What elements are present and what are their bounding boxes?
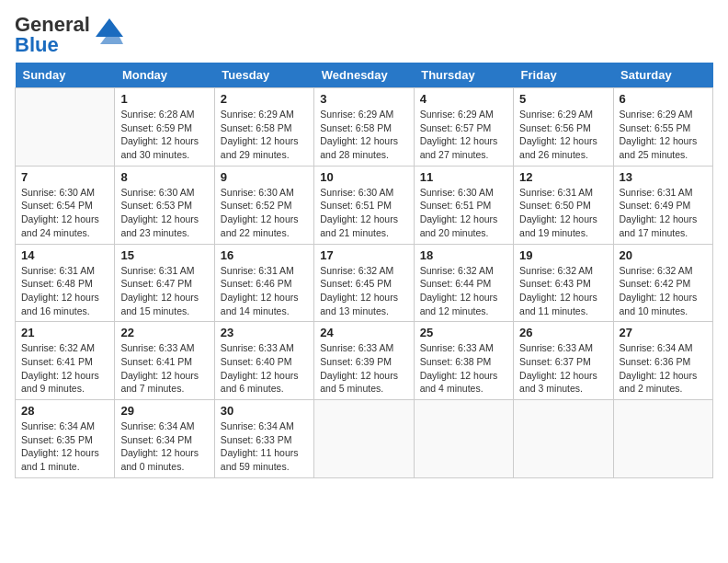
day-cell: 24Sunrise: 6:33 AM Sunset: 6:39 PM Dayli… [314,322,414,400]
day-cell: 21Sunrise: 6:32 AM Sunset: 6:41 PM Dayli… [16,322,115,400]
col-header-friday: Friday [514,63,613,88]
day-number: 23 [221,326,308,339]
day-info: Sunrise: 6:34 AM Sunset: 6:36 PM Dayligh… [620,341,707,396]
day-info: Sunrise: 6:33 AM Sunset: 6:38 PM Dayligh… [420,341,507,396]
day-cell: 8Sunrise: 6:30 AM Sunset: 6:53 PM Daylig… [115,166,214,244]
day-number: 12 [519,170,607,184]
day-number: 6 [620,92,707,106]
day-number: 29 [120,404,208,418]
day-info: Sunrise: 6:33 AM Sunset: 6:39 PM Dayligh… [320,341,407,396]
day-info: Sunrise: 6:31 AM Sunset: 6:47 PM Dayligh… [120,264,208,318]
header-row: SundayMondayTuesdayWednesdayThursdayFrid… [16,63,713,88]
logo-text: General Blue [15,15,90,55]
day-number: 5 [519,92,607,106]
day-number: 22 [120,326,208,339]
logo-blue: Blue [15,33,59,56]
day-number: 17 [320,248,407,262]
day-info: Sunrise: 6:34 AM Sunset: 6:33 PM Dayligh… [221,419,308,474]
day-cell: 13Sunrise: 6:31 AM Sunset: 6:49 PM Dayli… [613,166,712,244]
week-row-1: 1Sunrise: 6:28 AM Sunset: 6:59 PM Daylig… [16,88,713,167]
day-number: 7 [21,170,108,184]
day-info: Sunrise: 6:34 AM Sunset: 6:34 PM Dayligh… [120,419,208,474]
day-cell: 15Sunrise: 6:31 AM Sunset: 6:47 PM Dayli… [115,244,214,322]
day-number: 15 [120,248,208,262]
day-info: Sunrise: 6:30 AM Sunset: 6:51 PM Dayligh… [320,186,407,240]
day-info: Sunrise: 6:32 AM Sunset: 6:43 PM Dayligh… [519,264,607,318]
day-info: Sunrise: 6:28 AM Sunset: 6:59 PM Dayligh… [120,108,208,162]
day-info: Sunrise: 6:29 AM Sunset: 6:58 PM Dayligh… [221,108,308,162]
day-info: Sunrise: 6:32 AM Sunset: 6:44 PM Dayligh… [420,264,507,318]
day-info: Sunrise: 6:30 AM Sunset: 6:54 PM Dayligh… [21,186,108,240]
day-number: 14 [21,248,108,262]
day-info: Sunrise: 6:32 AM Sunset: 6:45 PM Dayligh… [320,264,407,318]
day-number: 18 [420,248,507,262]
day-cell: 26Sunrise: 6:33 AM Sunset: 6:37 PM Dayli… [514,322,613,400]
day-cell: 3Sunrise: 6:29 AM Sunset: 6:58 PM Daylig… [314,88,414,167]
week-row-3: 14Sunrise: 6:31 AM Sunset: 6:48 PM Dayli… [16,244,713,322]
week-row-2: 7Sunrise: 6:30 AM Sunset: 6:54 PM Daylig… [16,166,713,244]
day-cell: 20Sunrise: 6:32 AM Sunset: 6:42 PM Dayli… [613,244,712,322]
col-header-tuesday: Tuesday [214,63,313,88]
day-info: Sunrise: 6:31 AM Sunset: 6:46 PM Dayligh… [221,264,308,318]
day-number: 25 [420,326,507,339]
day-number: 19 [519,248,607,262]
col-header-saturday: Saturday [613,63,712,88]
day-info: Sunrise: 6:32 AM Sunset: 6:41 PM Dayligh… [21,341,108,396]
day-info: Sunrise: 6:31 AM Sunset: 6:50 PM Dayligh… [519,186,607,240]
day-cell [16,88,115,167]
day-number: 4 [420,92,507,106]
day-info: Sunrise: 6:31 AM Sunset: 6:48 PM Dayligh… [21,264,108,318]
logo-icon [96,18,123,44]
day-cell: 12Sunrise: 6:31 AM Sunset: 6:50 PM Dayli… [514,166,613,244]
day-info: Sunrise: 6:29 AM Sunset: 6:58 PM Dayligh… [320,108,407,162]
day-cell: 27Sunrise: 6:34 AM Sunset: 6:36 PM Dayli… [613,322,712,400]
day-cell: 14Sunrise: 6:31 AM Sunset: 6:48 PM Dayli… [16,244,115,322]
week-row-4: 21Sunrise: 6:32 AM Sunset: 6:41 PM Dayli… [16,322,713,400]
day-cell: 11Sunrise: 6:30 AM Sunset: 6:51 PM Dayli… [414,166,513,244]
day-cell: 17Sunrise: 6:32 AM Sunset: 6:45 PM Dayli… [314,244,414,322]
day-info: Sunrise: 6:29 AM Sunset: 6:56 PM Dayligh… [519,108,607,162]
day-number: 1 [120,92,208,106]
day-cell: 5Sunrise: 6:29 AM Sunset: 6:56 PM Daylig… [514,88,613,167]
day-cell [414,400,513,478]
week-row-5: 28Sunrise: 6:34 AM Sunset: 6:35 PM Dayli… [16,400,713,478]
col-header-monday: Monday [115,63,214,88]
day-info: Sunrise: 6:32 AM Sunset: 6:42 PM Dayligh… [620,264,707,318]
calendar-table: SundayMondayTuesdayWednesdayThursdayFrid… [15,63,713,478]
day-number: 27 [620,326,707,339]
day-info: Sunrise: 6:33 AM Sunset: 6:40 PM Dayligh… [221,341,308,396]
day-number: 3 [320,92,407,106]
col-header-sunday: Sunday [16,63,115,88]
day-cell: 29Sunrise: 6:34 AM Sunset: 6:34 PM Dayli… [115,400,214,478]
day-cell: 2Sunrise: 6:29 AM Sunset: 6:58 PM Daylig… [214,88,313,167]
day-number: 9 [221,170,308,184]
day-cell: 7Sunrise: 6:30 AM Sunset: 6:54 PM Daylig… [16,166,115,244]
day-cell: 30Sunrise: 6:34 AM Sunset: 6:33 PM Dayli… [214,400,313,478]
day-number: 11 [420,170,507,184]
day-number: 28 [21,404,108,418]
page-header: General Blue [15,15,713,55]
day-cell: 23Sunrise: 6:33 AM Sunset: 6:40 PM Dayli… [214,322,313,400]
day-cell: 25Sunrise: 6:33 AM Sunset: 6:38 PM Dayli… [414,322,513,400]
day-info: Sunrise: 6:34 AM Sunset: 6:35 PM Dayligh… [21,419,108,474]
day-cell: 16Sunrise: 6:31 AM Sunset: 6:46 PM Dayli… [214,244,313,322]
day-cell: 28Sunrise: 6:34 AM Sunset: 6:35 PM Dayli… [16,400,115,478]
day-info: Sunrise: 6:29 AM Sunset: 6:55 PM Dayligh… [620,108,707,162]
day-cell: 19Sunrise: 6:32 AM Sunset: 6:43 PM Dayli… [514,244,613,322]
day-number: 30 [221,404,308,418]
day-number: 2 [221,92,308,106]
col-header-thursday: Thursday [414,63,513,88]
day-info: Sunrise: 6:30 AM Sunset: 6:52 PM Dayligh… [221,186,308,240]
day-cell: 10Sunrise: 6:30 AM Sunset: 6:51 PM Dayli… [314,166,414,244]
day-info: Sunrise: 6:33 AM Sunset: 6:37 PM Dayligh… [519,341,607,396]
day-info: Sunrise: 6:33 AM Sunset: 6:41 PM Dayligh… [120,341,208,396]
day-cell: 9Sunrise: 6:30 AM Sunset: 6:52 PM Daylig… [214,166,313,244]
day-info: Sunrise: 6:30 AM Sunset: 6:51 PM Dayligh… [420,186,507,240]
day-cell: 22Sunrise: 6:33 AM Sunset: 6:41 PM Dayli… [115,322,214,400]
day-number: 20 [620,248,707,262]
day-number: 10 [320,170,407,184]
day-cell: 4Sunrise: 6:29 AM Sunset: 6:57 PM Daylig… [414,88,513,167]
day-info: Sunrise: 6:31 AM Sunset: 6:49 PM Dayligh… [620,186,707,240]
day-number: 16 [221,248,308,262]
day-number: 21 [21,326,108,339]
